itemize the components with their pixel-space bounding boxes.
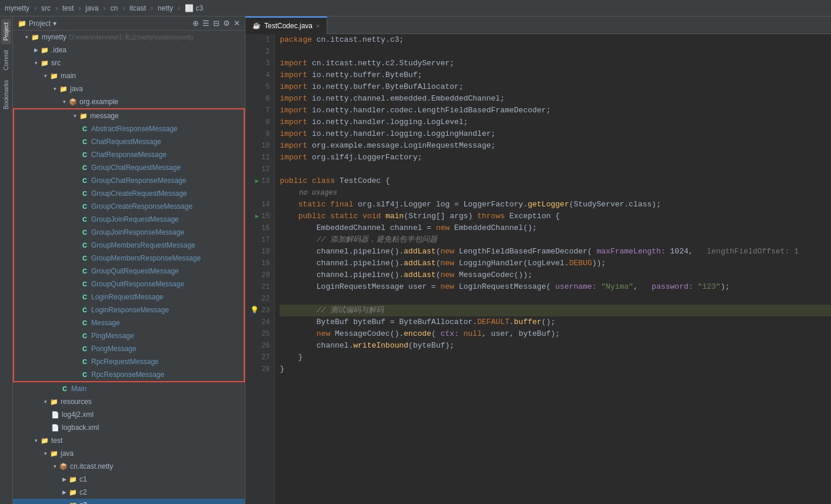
folder-icon: 📁 xyxy=(49,397,59,406)
tree-item-java-test[interactable]: ▾ 📁 java xyxy=(13,447,245,460)
code-line-26: channel.writeInbound(byteBuf); xyxy=(280,340,831,352)
tree-item-GroupMembersResponseMessage[interactable]: C GroupMembersResponseMessage xyxy=(14,252,244,265)
title-segment: cn xyxy=(110,4,118,12)
tree-item-idea[interactable]: ▶ 📁 .idea xyxy=(13,44,245,56)
tree-item-c2[interactable]: ▶ 📁 c2 xyxy=(13,486,245,499)
tree-item-test[interactable]: ▾ 📁 test xyxy=(13,434,245,447)
tree-item-GroupJoinResponseMessage[interactable]: C GroupJoinResponseMessage xyxy=(14,226,244,239)
tree-item-GroupChatResponseMessage[interactable]: C GroupChatResponseMessage xyxy=(14,174,244,187)
class-icon: C xyxy=(60,384,69,393)
line-num-24: 24 xyxy=(250,316,270,328)
code-line-17: // 添加解码器，避免粘包半包问题 xyxy=(280,234,831,246)
tree-item-GroupCreateResponseMessage[interactable]: C GroupCreateResponseMessage xyxy=(14,200,244,213)
tree-item-LoginRequestMessage[interactable]: C LoginRequestMessage xyxy=(14,291,244,303)
tree-item-ChatRequestMessage[interactable]: C ChatRequestMessage xyxy=(14,135,244,148)
panel-title-text: Project xyxy=(29,19,51,28)
tree-item-org-example[interactable]: ▾ 📦 org.example xyxy=(13,95,245,108)
sidebar-tab-commit[interactable]: Commit xyxy=(1,46,11,74)
tree-item-GroupJoinRequestMessage[interactable]: C GroupJoinRequestMessage xyxy=(14,213,244,226)
code-line-7: import io.netty.handler.codec.LengthFiel… xyxy=(280,105,831,116)
tree-item-GroupQuitRequestMessage[interactable]: C GroupQuitRequestMessage xyxy=(14,265,244,278)
tree-item-RpcResponseMessage[interactable]: C RpcResponseMessage xyxy=(14,368,244,381)
folder-icon: 📁 xyxy=(31,32,40,42)
folder-icon: 📁 xyxy=(40,45,49,55)
tree-item-ChatResponseMessage[interactable]: C ChatResponseMessage xyxy=(14,148,244,161)
settings-icon[interactable]: ⚙ xyxy=(223,19,230,28)
panel-header: 📁 Project ▾ ⊕ ☰ ⊟ ⚙ ✕ xyxy=(13,16,245,31)
tree-item-mynetty[interactable]: ▾ 📁 mynetty D:\note\interview\1-私企\netty… xyxy=(13,31,245,44)
arrow-icon: ▶ xyxy=(60,489,68,495)
highlight-region-message: ▾ 📁 message C AbstractResponseMessage C … xyxy=(13,108,245,382)
structure-icon[interactable]: ☰ xyxy=(202,19,210,28)
class-icon: C xyxy=(80,357,89,366)
file-tree: ▾ 📁 mynetty D:\note\interview\1-私企\netty… xyxy=(13,31,245,504)
tree-item-GroupCreateRequestMessage[interactable]: C GroupCreateRequestMessage xyxy=(14,187,244,200)
panel-dropdown-arrow[interactable]: ▾ xyxy=(53,19,56,28)
sidebar-tab-bookmarks[interactable]: Bookmarks xyxy=(1,76,11,113)
arrow-icon: ▾ xyxy=(41,450,49,456)
xml-icon: 📄 xyxy=(51,410,60,419)
class-icon: C xyxy=(80,331,89,341)
sync-icon[interactable]: ⊕ xyxy=(192,19,199,28)
vertical-sidebar: Project Commit Bookmarks xyxy=(0,16,13,504)
tree-item-GroupChatRequestMessage[interactable]: C GroupChatRequestMessage xyxy=(14,161,244,174)
tab-TestCodec[interactable]: ☕ TestCodec.java × xyxy=(245,16,327,34)
sidebar-tab-project[interactable]: Project xyxy=(1,19,11,44)
code-line-25: new MessageCodec().encode( ctx: null, us… xyxy=(280,328,831,340)
line-num-6: 6 xyxy=(250,93,270,105)
tree-item-GroupMembersRequestMessage[interactable]: C GroupMembersRequestMessage xyxy=(14,239,244,252)
tree-item-logback[interactable]: 📄 logback.xml xyxy=(13,421,245,434)
code-line-18: channel.pipeline().addLast(new LengthFie… xyxy=(280,246,831,258)
close-panel-icon[interactable]: ✕ xyxy=(234,19,240,28)
collapse-icon[interactable]: ⊟ xyxy=(213,19,220,28)
tree-item-c3[interactable]: ▾ 📁 c3 xyxy=(13,499,245,504)
line-num-17: 17 xyxy=(250,234,270,246)
java-folder-icon: 📁 xyxy=(49,449,59,458)
line-num-26: 26 xyxy=(250,340,270,352)
tree-item-GroupQuitResponseMessage[interactable]: C GroupQuitResponseMessage xyxy=(14,278,244,291)
line-num-28: 28 xyxy=(250,363,270,375)
tree-item-PingMessage[interactable]: C PingMessage xyxy=(14,329,244,342)
tree-item-Message[interactable]: C Message xyxy=(14,316,244,329)
class-icon: C xyxy=(80,176,89,185)
code-editor[interactable]: 1 2 3 4 5 6 7 8 9 10 11 12 ▶ 13 14 ▶ 15 … xyxy=(245,34,831,504)
line-num-8: 8 xyxy=(250,116,270,128)
line-num-20: 20 xyxy=(250,269,270,281)
code-line-21: LoginRequestMessage user = new LoginRequ… xyxy=(280,281,831,293)
tree-item-main[interactable]: ▾ 📁 main xyxy=(13,69,245,82)
code-line-14: static final org.slf4j.Logger log = Logg… xyxy=(280,199,831,211)
tree-item-AbstractResponseMessage[interactable]: C AbstractResponseMessage xyxy=(14,122,244,135)
line-num-21: 21 xyxy=(250,281,270,293)
class-icon: C xyxy=(80,318,89,328)
folder-icon: 📁 xyxy=(79,111,88,121)
class-icon: C xyxy=(80,241,89,250)
line-num-19: 19 xyxy=(250,258,270,269)
code-line-15: public static void main(String[] args) t… xyxy=(280,211,831,222)
line-num-2: 2 xyxy=(250,46,270,58)
tree-item-log4j2[interactable]: 📄 log4j2.xml xyxy=(13,408,245,421)
tree-item-c1[interactable]: ▶ 📁 c1 xyxy=(13,473,245,486)
tree-item-cn-itcast-netty[interactable]: ▾ 📦 cn.itcast.netty xyxy=(13,460,245,473)
line-num-no-usages xyxy=(250,187,270,199)
line-num-1: 1 xyxy=(250,34,270,46)
editor-tabs: ☕ TestCodec.java × xyxy=(245,16,831,34)
tab-close-button[interactable]: × xyxy=(316,22,320,29)
arrow-icon: ▾ xyxy=(41,399,49,405)
code-line-6: import io.netty.channel.embedded.Embedde… xyxy=(280,93,831,105)
code-line-28: } xyxy=(280,363,831,375)
code-content: package cn.itcast.netty.c3; import cn.it… xyxy=(275,34,831,504)
tree-item-resources[interactable]: ▾ 📁 resources xyxy=(13,395,245,408)
tree-item-java-main[interactable]: ▾ 📁 java xyxy=(13,82,245,95)
tree-item-RpcRequestMessage[interactable]: C RpcRequestMessage xyxy=(14,355,244,368)
line-num-22: 22 xyxy=(250,293,270,305)
xml-icon: 📄 xyxy=(51,423,60,432)
tree-item-LoginResponseMessage[interactable]: C LoginResponseMessage xyxy=(14,303,244,316)
folder-icon: 📁 xyxy=(68,488,78,497)
tree-item-message[interactable]: ▾ 📁 message xyxy=(14,109,244,122)
tree-item-src[interactable]: ▾ 📁 src xyxy=(13,56,245,69)
folder-icon: 📁 xyxy=(40,58,49,68)
code-line-5: import io.netty.buffer.ByteBufAllocator; xyxy=(280,81,831,93)
tree-item-Main[interactable]: C Main xyxy=(13,382,245,395)
tree-item-PongMessage[interactable]: C PongMessage xyxy=(14,342,244,355)
code-line-2 xyxy=(280,46,831,58)
